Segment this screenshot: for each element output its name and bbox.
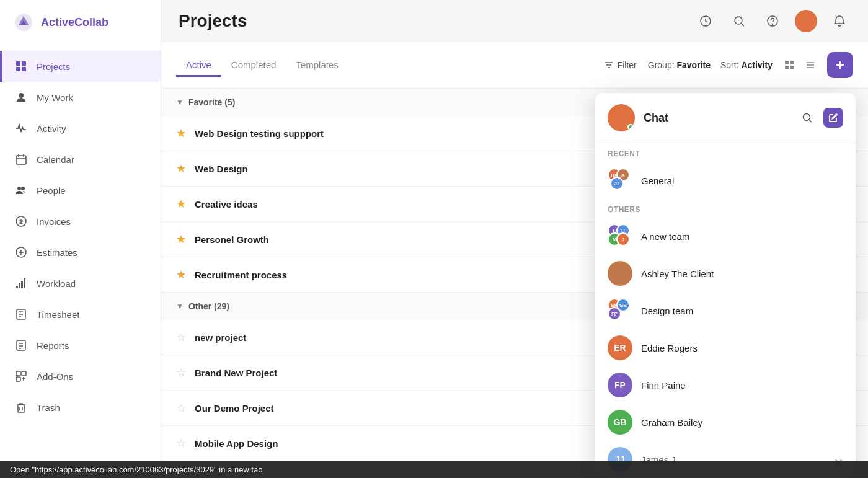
filter-label: Filter: [618, 60, 637, 70]
finn-initials: FP: [614, 380, 626, 390]
ashley-avatar: [608, 261, 632, 286]
svg-rect-43: [785, 66, 789, 69]
svg-line-33: [742, 24, 745, 27]
star-icon[interactable]: ★: [176, 126, 186, 140]
list-view-button[interactable]: [801, 56, 820, 74]
sidebar-item-reports[interactable]: Reports: [0, 330, 161, 361]
sidebar-item-projects[interactable]: Projects: [0, 51, 161, 82]
design-team-avatar: ER GB FP: [608, 298, 632, 323]
sidebar-item-invoices[interactable]: Invoices: [0, 206, 161, 237]
filter-button[interactable]: Filter: [598, 56, 643, 74]
svg-point-54: [610, 276, 630, 286]
star-icon[interactable]: ★: [176, 232, 186, 246]
mini-avatar: J: [616, 232, 630, 246]
notifications-button[interactable]: [828, 10, 851, 32]
chat-item-general[interactable]: RR A JJ General: [595, 162, 856, 199]
sort-label[interactable]: Sort: Activity: [720, 60, 773, 70]
sidebar-item-label: Estimates: [37, 247, 78, 258]
chat-search-button[interactable]: [797, 108, 817, 128]
sidebar-item-timesheet[interactable]: Timesheet: [0, 299, 161, 330]
svg-rect-27: [16, 377, 20, 381]
history-button[interactable]: [694, 10, 717, 32]
svg-rect-13: [16, 286, 18, 288]
add-ons-icon: [14, 370, 28, 383]
tab-templates[interactable]: Templates: [286, 55, 348, 77]
sidebar-item-trash[interactable]: Trash: [0, 392, 161, 423]
chat-compose-button[interactable]: [823, 108, 843, 128]
chat-item-name: Ashley The Client: [641, 268, 714, 279]
topbar: Projects: [161, 0, 868, 42]
new-team-avatar-group: L H M J: [608, 224, 632, 249]
sidebar-item-label: Timesheet: [37, 309, 79, 320]
star-icon[interactable]: ★: [176, 162, 186, 175]
star-icon[interactable]: ☆: [176, 436, 186, 450]
graham-initials: GB: [614, 417, 627, 427]
estimates-icon: [14, 246, 28, 259]
svg-rect-28: [18, 405, 24, 412]
chat-item-name: A new team: [641, 231, 689, 242]
sidebar-item-label: Workload: [37, 278, 76, 289]
search-button[interactable]: [728, 10, 750, 32]
search-icon: [802, 112, 813, 123]
grid-view-button[interactable]: [780, 56, 799, 74]
projects-header: Active Completed Templates Filter Group:…: [161, 42, 868, 89]
sidebar-item-label: Calendar: [37, 154, 74, 165]
chat-title: Chat: [644, 112, 789, 125]
svg-rect-5: [16, 156, 26, 164]
ashley-avatar-img: [608, 261, 632, 286]
graham-avatar: GB: [608, 410, 632, 435]
sidebar-item-people[interactable]: People: [0, 175, 161, 206]
workload-icon: [14, 277, 28, 290]
sidebar-item-calendar[interactable]: Calendar: [0, 144, 161, 175]
sidebar-item-workload[interactable]: Workload: [0, 268, 161, 299]
chat-item-eddie[interactable]: ER Eddie Rogers: [595, 329, 856, 366]
group-label[interactable]: Group: Favorite: [648, 60, 711, 70]
svg-rect-0: [16, 61, 20, 66]
main-content: Projects Active Completed Templates: [161, 0, 868, 478]
search-icon: [733, 15, 745, 27]
group-sort: Group: Favorite Sort: Activity: [648, 60, 773, 70]
sidebar-logo[interactable]: ActiveCollab: [0, 0, 161, 45]
star-icon[interactable]: ★: [176, 268, 186, 281]
add-project-button[interactable]: [827, 52, 853, 78]
reports-icon: [14, 339, 28, 352]
star-icon[interactable]: ☆: [176, 330, 186, 344]
online-indicator: [627, 124, 634, 130]
timesheet-icon: [14, 308, 28, 321]
chat-recent-label: Recent: [595, 143, 856, 162]
star-icon[interactable]: ☆: [176, 366, 186, 379]
people-icon: [14, 184, 28, 197]
star-icon[interactable]: ★: [176, 197, 186, 211]
svg-point-10: [21, 187, 25, 190]
page-title: Projects: [179, 11, 247, 31]
sidebar-item-label: Invoices: [37, 216, 71, 227]
user-avatar[interactable]: [795, 10, 817, 32]
tab-active[interactable]: Active: [176, 55, 221, 77]
chat-item-ashley[interactable]: Ashley The Client: [595, 255, 856, 292]
sidebar-item-estimates[interactable]: Estimates: [0, 237, 161, 268]
chat-item-finn[interactable]: FP Finn Paine: [595, 366, 856, 404]
group-other-label: Other (29): [188, 301, 229, 311]
svg-rect-26: [22, 371, 26, 376]
topbar-actions: [694, 10, 851, 32]
tab-completed[interactable]: Completed: [221, 55, 286, 77]
chat-item-new-team[interactable]: L H M J A new team: [595, 218, 856, 255]
sidebar-item-label: Reports: [37, 340, 69, 351]
trash-icon: [14, 401, 28, 414]
sidebar-item-label: Add-Ons: [37, 371, 73, 382]
chat-item-design-team[interactable]: ER GB FP Design team: [595, 292, 856, 329]
chat-item-graham[interactable]: GB Graham Bailey: [595, 404, 856, 441]
sidebar-item-my-work[interactable]: My Work: [0, 82, 161, 113]
sidebar-item-activity[interactable]: Activity: [0, 113, 161, 144]
chat-item-name: Finn Paine: [641, 380, 686, 391]
svg-point-55: [614, 264, 626, 275]
sidebar-item-add-ons[interactable]: Add-Ons: [0, 361, 161, 392]
svg-rect-14: [19, 283, 20, 288]
chat-item-name: Design team: [641, 306, 693, 316]
help-button[interactable]: [761, 10, 784, 32]
eddie-avatar: ER: [608, 335, 632, 360]
star-icon[interactable]: ☆: [176, 401, 186, 415]
sidebar-item-label: People: [37, 185, 66, 196]
design-team-avatar-group: ER GB FP: [608, 298, 632, 323]
svg-point-9: [17, 187, 21, 190]
